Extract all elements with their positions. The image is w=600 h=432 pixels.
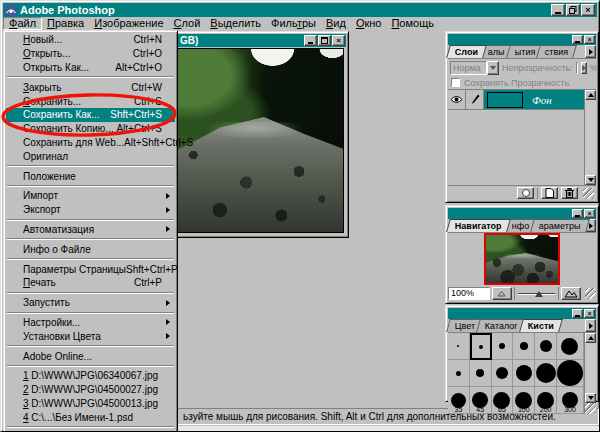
file-menu-item-28[interactable]: Adobe Online...: [6, 349, 175, 363]
menubar-item-7[interactable]: Вид: [321, 17, 351, 30]
menubar-item-4[interactable]: Слой: [169, 17, 206, 30]
layers-tab-0[interactable]: Слои: [446, 45, 487, 58]
navigator-tab-0[interactable]: Навигатор: [446, 219, 510, 232]
file-menu-item-5[interactable]: Сохранить...Ctrl+S: [6, 94, 175, 108]
file-menu-item-13[interactable]: Импорт: [6, 189, 175, 203]
brush-cell-0-1[interactable]: [470, 333, 492, 360]
brush-cell-1-5[interactable]: [557, 360, 584, 387]
file-menu-item-26[interactable]: Установки Цвета: [6, 329, 175, 343]
brushes-close-button[interactable]: ×: [584, 309, 595, 318]
image-window[interactable]: GB) ×: [162, 31, 349, 238]
brushes-minimize-button[interactable]: [572, 309, 583, 318]
menubar-item-3[interactable]: Изображение: [89, 17, 168, 30]
image-close-button[interactable]: ×: [332, 35, 345, 46]
file-menu-item-1[interactable]: Открыть...Ctrl+O: [6, 47, 175, 61]
file-menu-item-20[interactable]: Параметры СтраницыShft+Ctrl+P: [6, 262, 175, 276]
file-menu-item-30[interactable]: 1 D:\WWW\JPG\06340067.jpg: [6, 369, 175, 383]
brush-cell-0-3[interactable]: [513, 333, 535, 360]
file-menu-item-2[interactable]: Открыть Как...Alt+Ctrl+O: [6, 61, 175, 75]
layers-more-tabs-button[interactable]: [585, 45, 596, 58]
brush-cell-2-1[interactable]: 45: [470, 387, 492, 414]
blend-mode-dropdown[interactable]: Норма: [450, 61, 499, 75]
file-menu-item-8[interactable]: Сохранить для Web...Alt+Shft+Ctrl+S: [6, 136, 175, 150]
file-menu-item-0[interactable]: Новый...Ctrl+N: [6, 33, 175, 47]
zoom-slider[interactable]: [514, 287, 559, 300]
menubar-item-6[interactable]: Фильтры: [266, 17, 321, 30]
layer-row-background[interactable]: Фон: [448, 90, 584, 110]
image-window-title-bar[interactable]: GB) ×: [165, 34, 346, 47]
brush-cell-1-3[interactable]: [513, 360, 535, 387]
file-menu-item-16[interactable]: Автоматизация: [6, 223, 175, 237]
file-menu-item-33[interactable]: 4 C:\...\Без Имени-1.psd: [6, 410, 175, 424]
menubar-item-8[interactable]: Окно: [351, 17, 387, 30]
resize-grip[interactable]: [583, 188, 594, 199]
layers-close-button[interactable]: ×: [584, 35, 595, 44]
close-button[interactable]: ×: [581, 4, 595, 16]
image-maximize-button[interactable]: [318, 35, 331, 46]
layers-tab-3[interactable]: ствия: [537, 45, 578, 58]
file-menu-item-6[interactable]: Сохранить Как...Shft+Ctrl+S: [6, 108, 175, 122]
brush-cell-1-1[interactable]: [470, 360, 492, 387]
file-menu-item-31[interactable]: 2 D:\WWW\JPG\04500027.jpg: [6, 383, 175, 397]
navigator-preview[interactable]: [484, 233, 560, 285]
brush-cell-0-2[interactable]: [492, 333, 514, 360]
menubar-item-2[interactable]: Правка: [42, 17, 89, 30]
brush-cell-1-4[interactable]: [535, 360, 557, 387]
file-menu-item-14[interactable]: Экспорт: [6, 203, 175, 217]
menubar-item-5[interactable]: Выделить: [205, 17, 266, 30]
navigator-minimize-button[interactable]: [572, 209, 583, 218]
brush-cell-2-0[interactable]: 35: [448, 387, 470, 414]
scroll-up-icon[interactable]: [585, 90, 596, 100]
file-menu-item-18[interactable]: Инфо о Файле: [6, 242, 175, 256]
delete-layer-button[interactable]: [561, 187, 578, 199]
brush-cell-2-5[interactable]: 300: [557, 387, 584, 414]
file-menu-item-9[interactable]: Оригинал: [6, 149, 175, 163]
file-menu-item-11[interactable]: Положение: [6, 169, 175, 183]
brush-cell-0-5[interactable]: [557, 333, 584, 360]
scroll-down-icon[interactable]: [585, 393, 596, 403]
resize-grip[interactable]: [585, 288, 596, 299]
zoom-percent-field[interactable]: 100%: [448, 287, 490, 300]
image-minimize-button[interactable]: [304, 35, 317, 46]
layer-mask-button[interactable]: [517, 187, 534, 199]
new-layer-button[interactable]: [541, 187, 558, 199]
brush-cell-2-4[interactable]: 200: [535, 387, 557, 414]
brush-cell-2-3[interactable]: 100: [513, 387, 535, 414]
file-menu-item-25[interactable]: Настройки...: [6, 316, 175, 330]
restore-button[interactable]: [566, 4, 580, 16]
menubar-item-9[interactable]: Помощь: [386, 17, 439, 30]
file-menu-item-32[interactable]: 3 D:\WWW\JPG\04500013.jpg: [6, 397, 175, 411]
opacity-field[interactable]: [576, 62, 578, 74]
layer-selected-area[interactable]: Фон: [484, 90, 584, 110]
minimize-button[interactable]: [551, 4, 565, 16]
layer-edit-indicator[interactable]: [466, 90, 484, 110]
brush-cell-2-2[interactable]: 65: [492, 387, 514, 414]
scroll-up-icon[interactable]: [585, 333, 596, 343]
resize-grip[interactable]: [585, 403, 596, 414]
layers-scrollbar[interactable]: [584, 90, 596, 185]
brush-cell-0-4[interactable]: [535, 333, 557, 360]
zoom-slider-thumb[interactable]: [535, 291, 543, 297]
zoom-in-button[interactable]: [561, 287, 581, 300]
navigator-close-button[interactable]: ×: [584, 209, 595, 218]
preserve-transparency-checkbox[interactable]: [451, 78, 460, 87]
brush-cell-1-2[interactable]: [492, 360, 514, 387]
file-menu-item-4[interactable]: ЗакрытьCtrl+W: [6, 80, 175, 94]
file-menu-item-23[interactable]: Запустить: [6, 296, 175, 310]
brushes-scrollbar[interactable]: [584, 333, 596, 414]
scroll-down-icon[interactable]: [585, 175, 596, 185]
brush-cell-0-0[interactable]: [448, 333, 470, 360]
chevron-down-icon[interactable]: [487, 61, 499, 75]
opacity-slider-arrow-icon[interactable]: [581, 62, 587, 74]
brushes-tab-2[interactable]: Кисти: [519, 319, 563, 332]
layer-thumbnail[interactable]: [487, 92, 523, 108]
file-menu-item-21[interactable]: ПечатьCtrl+P: [6, 276, 175, 290]
file-menu-item-7[interactable]: Сохранить Копию...Alt+Ctrl+S: [6, 122, 175, 136]
menubar-item-1[interactable]: Файл: [3, 17, 42, 30]
layers-minimize-button[interactable]: [572, 35, 583, 44]
brush-cell-1-0[interactable]: [448, 360, 470, 387]
zoom-out-button[interactable]: [492, 287, 512, 300]
brushes-more-tabs-button[interactable]: [585, 319, 596, 332]
layer-visibility-toggle[interactable]: [448, 90, 466, 110]
navigator-tab-2[interactable]: араметры: [530, 219, 589, 232]
